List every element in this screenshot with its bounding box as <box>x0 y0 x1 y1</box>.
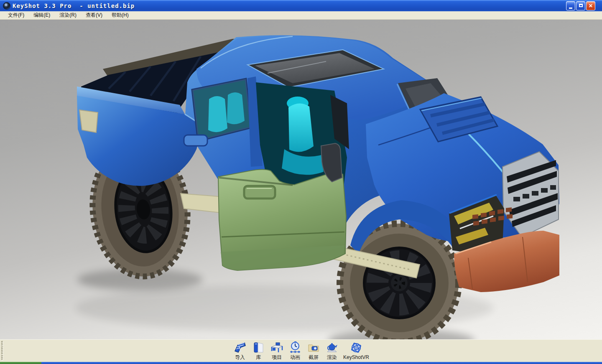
keyshot-window: KeyShot 3.3 Pro - untitled.bip ✕ 文件(F) 编… <box>0 0 602 364</box>
minimize-icon <box>569 8 572 9</box>
rear-door-handle <box>184 135 207 146</box>
menu-edit[interactable]: 编辑(E) <box>29 11 55 20</box>
window-title: KeyShot 3.3 Pro - untitled.bip <box>13 3 135 9</box>
window-controls: ✕ <box>566 1 600 10</box>
main-toolbar: 导入 库 项目 <box>0 339 602 362</box>
render-icon <box>326 341 338 354</box>
import-label: 导入 <box>235 354 245 361</box>
screenshot-label: 截屏 <box>309 354 319 361</box>
border-green-segment <box>0 362 41 364</box>
animation-icon <box>289 341 301 354</box>
project-label: 项目 <box>272 354 282 361</box>
screenshot-button[interactable]: 截屏 <box>305 341 322 361</box>
render-viewport[interactable] <box>0 20 602 339</box>
restore-icon <box>579 4 583 7</box>
window-border-bottom <box>0 362 602 364</box>
door-handle <box>244 186 275 199</box>
menu-bar: 文件(F) 编辑(E) 渲染(R) 查看(V) 帮助(H) <box>0 11 602 20</box>
keyshotvr-button[interactable]: KeyShotVR <box>342 341 370 361</box>
restore-button[interactable] <box>576 1 585 10</box>
import-button[interactable]: 导入 <box>232 341 248 361</box>
title-bar[interactable]: KeyShot 3.3 Pro - untitled.bip ✕ <box>0 0 602 11</box>
close-button[interactable]: ✕ <box>586 1 595 10</box>
library-label: 库 <box>256 354 261 361</box>
render-label: 渲染 <box>327 354 337 361</box>
keyshotvr-label: KeyShotVR <box>343 354 369 360</box>
close-icon: ✕ <box>589 3 593 9</box>
library-icon <box>252 341 265 354</box>
project-button[interactable]: 项目 <box>268 341 285 361</box>
truck-model[interactable] <box>0 20 602 339</box>
project-icon <box>270 341 283 354</box>
keyshot-logo-icon <box>3 2 10 10</box>
toolbar-grip[interactable] <box>2 341 4 360</box>
menu-file[interactable]: 文件(F) <box>3 11 29 20</box>
menu-view[interactable]: 查看(V) <box>81 11 107 20</box>
menu-render[interactable]: 渲染(R) <box>55 11 81 20</box>
keyshotvr-icon <box>350 341 362 354</box>
animation-button[interactable]: 动画 <box>287 341 304 361</box>
render-button[interactable]: 渲染 <box>324 341 340 361</box>
border-blue-segment <box>41 362 602 364</box>
library-button[interactable]: 库 <box>250 341 267 361</box>
minimize-button[interactable] <box>566 1 575 10</box>
mud-flap <box>79 110 98 132</box>
menu-help[interactable]: 帮助(H) <box>107 11 133 20</box>
screenshot-icon <box>307 341 320 354</box>
animation-label: 动画 <box>290 354 300 361</box>
import-icon <box>234 341 246 354</box>
